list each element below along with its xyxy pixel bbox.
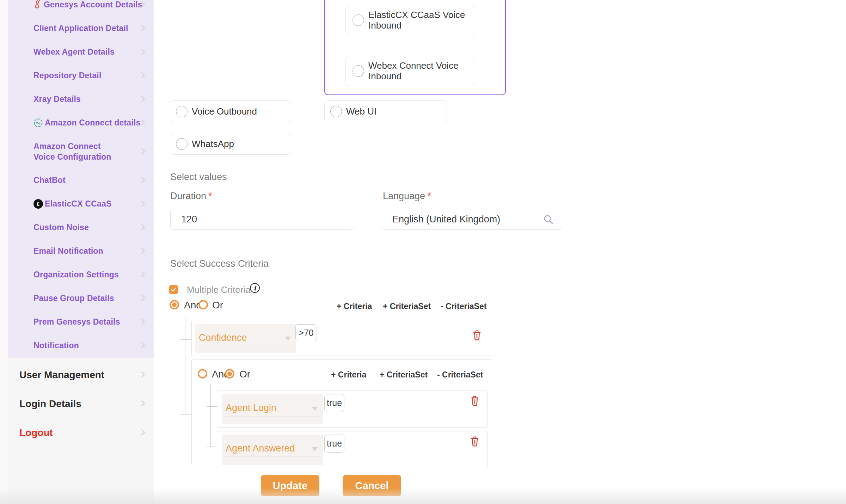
root-or-label: Or: [212, 300, 223, 311]
select-success-criteria-heading: Select Success Criteria: [170, 258, 269, 269]
delete-agent-login-trash-icon[interactable]: [470, 395, 480, 408]
radio-elasticcx-ccaas-voice-inbound[interactable]: [352, 14, 364, 26]
nested-or-radio[interactable]: [225, 369, 234, 379]
chevron-right-icon: [139, 25, 145, 31]
info-icon[interactable]: i: [250, 283, 260, 293]
sidebar-item-genesys-account-details[interactable]: Genesys Account Details: [8, 0, 154, 17]
root-add-criteria-link[interactable]: + Criteria: [337, 302, 372, 311]
option-web-ui[interactable]: Web UI: [324, 100, 447, 122]
duration-input[interactable]: 120: [170, 209, 353, 230]
nested-and-radio[interactable]: [198, 369, 207, 379]
sidebar-item-organization-settings[interactable]: Organization Settings: [8, 263, 154, 287]
delete-agent-answered-trash-icon[interactable]: [470, 436, 480, 448]
sidebar-item-login-details[interactable]: Login Details: [8, 389, 154, 418]
root-remove-criteriaset-link[interactable]: - CriteriaSet: [441, 302, 486, 311]
nested-or-label: Or: [239, 369, 250, 380]
nested-add-criteria-link[interactable]: + Criteria: [331, 370, 366, 380]
search-icon[interactable]: [543, 214, 554, 228]
chevron-right-icon: [139, 271, 145, 277]
sidebar-item-client-application-detail[interactable]: Client Application Detail: [8, 17, 154, 40]
sidebar-item-webex-agent-details[interactable]: Webex Agent Details: [8, 40, 154, 64]
sidebar-item-label: Email Notification: [33, 246, 103, 256]
agent-answered-value-input[interactable]: true: [324, 435, 344, 453]
chevron-down-icon: [312, 407, 318, 411]
elasticcx-icon: ɛ: [33, 199, 43, 209]
select-values-heading: Select values: [170, 172, 227, 183]
sidebar-item-user-management[interactable]: User Management: [8, 361, 154, 389]
multiple-criteria-checkbox[interactable]: [169, 285, 178, 294]
chevron-right-icon: [139, 400, 145, 406]
nested-add-criteriaset-link[interactable]: + CriteriaSet: [380, 370, 428, 380]
radio-webex-connect-voice-inbound[interactable]: [352, 65, 364, 77]
option-elasticcx-ccaas-voice-inbound[interactable]: ElasticCX CCaaS Voice Inbound: [345, 5, 475, 35]
chevron-right-icon: [139, 342, 145, 348]
sidebar-item-xray-details[interactable]: Xray Details: [8, 87, 154, 111]
chevron-down-icon: [285, 337, 291, 340]
root-add-criteriaset-link[interactable]: + CriteriaSet: [383, 302, 431, 311]
amazon-connect-icon: [33, 118, 43, 128]
sidebar-item-label: Prem Genesys Details: [33, 317, 120, 327]
required-asterisk: *: [427, 191, 431, 201]
root-or-radio[interactable]: [198, 300, 208, 309]
chevron-right-icon: [139, 224, 145, 230]
chevron-right-icon: [139, 371, 145, 377]
language-input[interactable]: English (United Kingdom): [383, 209, 562, 230]
sidebar-item-custom-noise[interactable]: Custom Noise: [8, 216, 154, 239]
sidebar-item-label: Amazon Connect Voice Configuration: [33, 141, 123, 162]
required-asterisk: *: [208, 191, 212, 201]
tree-connector-line: [210, 384, 211, 447]
agent-login-value-input[interactable]: true: [324, 394, 344, 412]
tree-connector-tick: [207, 447, 217, 447]
confidence-value-input[interactable]: >70: [295, 324, 317, 341]
sidebar-item-label: Xray Details: [33, 94, 81, 104]
chevron-down-icon: [312, 447, 318, 451]
option-whatsapp[interactable]: WhatsApp: [170, 133, 291, 155]
sidebar-item-label: Webex Agent Details: [33, 47, 115, 57]
agent-login-field-dropdown[interactable]: Agent Login: [222, 394, 323, 424]
agent-answered-field-dropdown[interactable]: Agent Answered: [222, 435, 323, 465]
tree-connector-tick: [180, 339, 191, 340]
sidebar-item-label: Custom Noise: [33, 223, 89, 232]
sidebar-item-chatbot[interactable]: ChatBot: [8, 168, 154, 192]
sidebar-item-notification[interactable]: Notification: [8, 334, 154, 357]
tree-connector-tick: [180, 414, 191, 415]
duration-label: Duration*: [170, 191, 212, 202]
genesys-icon: [33, 0, 42, 10]
sidebar-item-prem-genesys-details[interactable]: Prem Genesys Details: [8, 310, 154, 334]
sidebar-lower-menu: User Management Login Details Logout: [8, 361, 154, 447]
delete-confidence-trash-icon[interactable]: [472, 330, 482, 342]
sidebar-item-label: Client Application Detail: [33, 24, 128, 33]
sidebar-item-elasticcx-ccaas[interactable]: ɛ ElasticCX CCaaS: [8, 192, 154, 216]
chevron-right-icon: [139, 247, 145, 254]
sidebar-item-logout[interactable]: Logout: [8, 418, 154, 447]
sidebar-item-email-notification[interactable]: Email Notification: [8, 239, 154, 263]
chevron-right-icon: [139, 200, 145, 207]
chevron-right-icon: [139, 48, 145, 55]
option-voice-outbound[interactable]: Voice Outbound: [170, 100, 291, 122]
cancel-button[interactable]: Cancel: [343, 475, 401, 496]
sidebar-item-label: Organization Settings: [33, 270, 119, 279]
tree-connector-line: [185, 318, 185, 415]
chevron-right-icon: [139, 429, 145, 435]
confidence-field-dropdown[interactable]: Confidence: [195, 324, 296, 353]
sidebar-item-amazon-connect-details[interactable]: Amazon Connect details: [8, 111, 154, 135]
tree-connector-tick: [207, 406, 217, 407]
root-and-radio[interactable]: [170, 300, 179, 309]
sidebar-item-amazon-connect-voice-configuration[interactable]: Amazon Connect Voice Configuration: [8, 135, 154, 168]
radio-whatsapp[interactable]: [176, 138, 188, 150]
check-icon: [171, 287, 177, 293]
sidebar-menu: Genesys Account Details Client Applicati…: [8, 0, 154, 357]
sidebar-item-pause-group-details[interactable]: Pause Group Details: [8, 287, 154, 310]
sidebar-item-label: ElasticCX CCaaS: [45, 199, 112, 209]
option-webex-connect-voice-inbound[interactable]: Webex Connect Voice Inbound: [345, 56, 475, 86]
app-screen: Genesys Account Details Client Applicati…: [0, 0, 846, 504]
sidebar: Genesys Account Details Client Applicati…: [8, 0, 154, 358]
multiple-criteria-label: Multiple Criteria: [187, 284, 251, 295]
radio-voice-outbound[interactable]: [176, 106, 188, 117]
update-button[interactable]: Update: [261, 475, 319, 496]
nested-remove-criteriaset-link[interactable]: - CriteriaSet: [437, 370, 483, 380]
radio-web-ui[interactable]: [330, 106, 342, 117]
sidebar-item-label: Repository Detail: [33, 71, 102, 80]
sidebar-item-repository-detail[interactable]: Repository Detail: [8, 64, 154, 87]
sidebar-item-label: ChatBot: [33, 176, 66, 185]
